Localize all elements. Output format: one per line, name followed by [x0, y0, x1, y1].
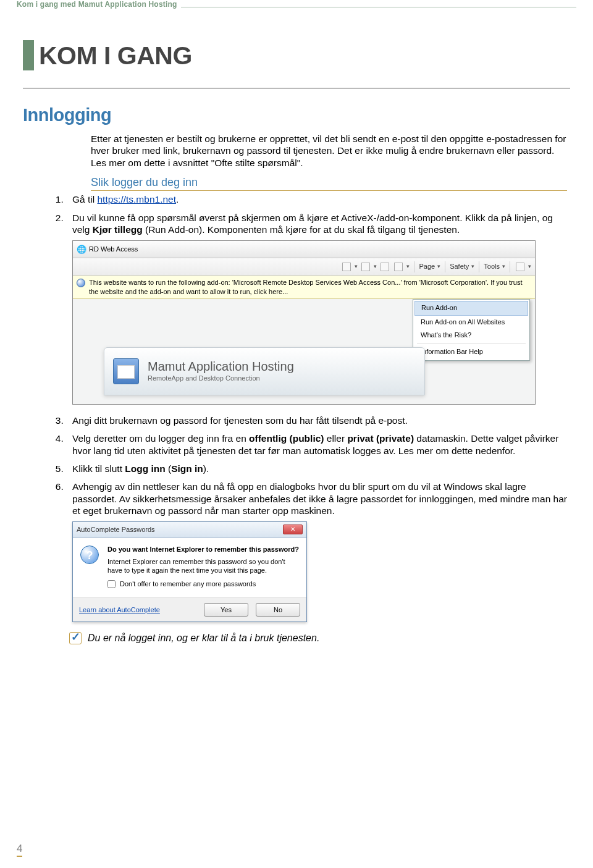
step-5-d: Sign in — [171, 463, 203, 474]
infobar-context-menu: Run Add-on Run Add-on on All Websites Wh… — [413, 299, 530, 361]
step-4-b: offentlig (public) — [249, 433, 324, 444]
app-banner: Mamut Application Hosting RemoteApp and … — [104, 347, 425, 395]
step-5-a: Klikk til slutt — [72, 463, 125, 474]
toolbar-safety[interactable]: Safety — [450, 263, 469, 271]
intro-paragraph: Etter at tjenesten er bestilt og brukern… — [91, 133, 567, 169]
app-banner-icon — [113, 358, 139, 384]
step-2: Du vil kunne få opp spørsmål øverst på s… — [66, 212, 570, 405]
step-4-c: eller — [324, 433, 347, 444]
print-icon[interactable] — [394, 263, 403, 271]
title-accent — [23, 40, 34, 70]
page-title: KOM I GANG — [39, 40, 192, 70]
no-button[interactable]: No — [256, 603, 300, 617]
login-url-link[interactable]: https://ts.mbn1.net — [97, 194, 176, 204]
page-number: 4 — [17, 843, 22, 857]
step-5: Klikk til slutt Logg inn (Sign in). — [66, 463, 570, 474]
step-4-d: privat (private) — [347, 433, 414, 444]
app-banner-subtitle: RemoteApp and Desktop Connection — [148, 374, 294, 383]
page-header: Kom i gang med Mamut Application Hosting — [17, 0, 181, 9]
ie-toolbar: ▾ ▾ ▾ Page ▾ Safety ▾ Tools ▾ ▾ — [73, 258, 535, 276]
learn-autocomplete-link[interactable]: Learn about AutoComplete — [79, 606, 160, 615]
menu-whats-risk[interactable]: What's the Risk? — [414, 329, 528, 342]
section-heading: Innlogging — [23, 105, 570, 125]
dont-offer-label: Don't offer to remember any more passwor… — [120, 580, 256, 588]
step-3: Angi ditt brukernavn og passord for tjen… — [66, 415, 570, 426]
question-icon: ? — [80, 546, 99, 564]
sub-heading: Slik logger du deg inn — [91, 176, 567, 191]
menu-infobar-help[interactable]: Information Bar Help — [414, 345, 528, 359]
ie-information-bar[interactable]: This website wants to run the following … — [73, 276, 535, 299]
title-bar: KOM I GANG — [23, 40, 570, 70]
dont-offer-checkbox[interactable] — [107, 580, 116, 588]
menu-run-addon[interactable]: Run Add-on — [414, 301, 528, 316]
dialog-explanation: Internet Explorer can remember this pass… — [107, 558, 299, 575]
yes-button[interactable]: Yes — [204, 603, 248, 617]
home-icon[interactable] — [342, 263, 351, 271]
check-icon — [69, 632, 82, 644]
step-2-c: (Run Add-on). Komponenten må kjøre for a… — [143, 224, 460, 235]
menu-run-all[interactable]: Run Add-on on All Websites — [414, 316, 528, 329]
step-5-b: Logg inn — [125, 463, 165, 474]
step-4-a: Velg deretter om du logger deg inn fra e… — [72, 433, 249, 444]
step-5-c: ( — [166, 463, 171, 474]
dialog-title: AutoComplete Passwords — [77, 526, 155, 534]
close-icon[interactable]: ✕ — [283, 525, 303, 534]
toolbar-page[interactable]: Page — [419, 263, 435, 271]
step-5-e: ). — [203, 463, 209, 474]
mail-icon[interactable] — [381, 263, 389, 271]
step-6-text: Avhengig av din nettleser kan du nå få o… — [72, 481, 567, 516]
help-icon[interactable] — [516, 263, 524, 271]
step-1-post: . — [176, 194, 179, 204]
step-2-b: Kjør tillegg — [93, 224, 143, 235]
completion-text: Du er nå logget inn, og er klar til å ta… — [88, 633, 319, 644]
infobar-text: This website wants to run the following … — [89, 278, 531, 296]
step-4: Velg deretter om du logger deg inn fra e… — [66, 432, 570, 457]
autocomplete-dialog: AutoComplete Passwords ✕ ? Do you want I… — [72, 521, 307, 622]
ie-infobar-screenshot: 🌐 RD Web Access ▾ ▾ ▾ Page ▾ Safety ▾ To… — [72, 240, 536, 405]
step-1-pre: Gå til — [72, 194, 97, 204]
dialog-titlebar: AutoComplete Passwords ✕ — [73, 522, 306, 538]
dialog-question: Do you want Internet Explorer to remembe… — [107, 546, 299, 554]
feed-icon[interactable] — [361, 263, 370, 271]
toolbar-tools[interactable]: Tools — [484, 263, 500, 271]
step-6: Avhengig av din nettleser kan du nå få o… — [66, 481, 570, 622]
completion-note: Du er nå logget inn, og er klar til å ta… — [69, 632, 570, 644]
ie-tab-title: RD Web Access — [89, 245, 138, 254]
info-icon — [77, 279, 85, 287]
step-1: Gå til https://ts.mbn1.net. — [66, 193, 570, 205]
app-banner-title: Mamut Application Hosting — [148, 359, 294, 374]
ie-tab-row: 🌐 RD Web Access — [73, 241, 535, 258]
